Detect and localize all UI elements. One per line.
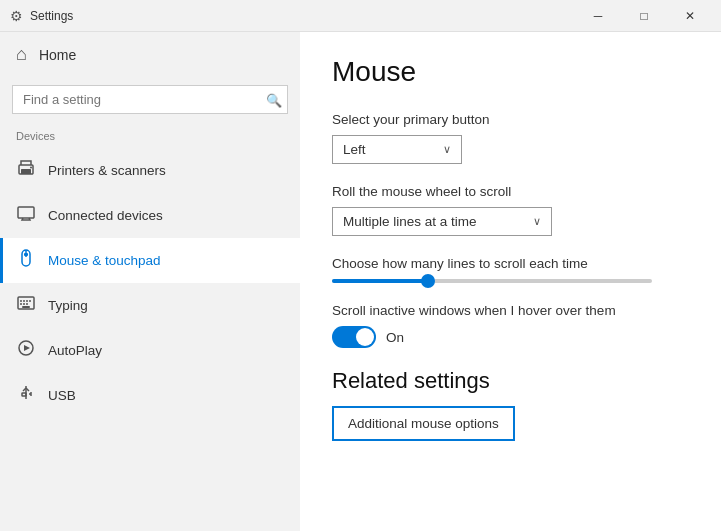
usb-icon — [16, 383, 36, 408]
minimize-button[interactable]: ─ — [575, 0, 621, 32]
autoplay-label: AutoPlay — [48, 343, 102, 358]
search-icon[interactable]: 🔍 — [266, 92, 282, 107]
home-icon: ⌂ — [16, 44, 27, 65]
sidebar-item-printers[interactable]: Printers & scanners — [0, 148, 300, 193]
toggle-knob — [356, 328, 374, 346]
mouse-icon — [16, 248, 36, 273]
settings-app-icon: ⚙ — [8, 8, 24, 24]
titlebar: ⚙ Settings ─ □ ✕ — [0, 0, 721, 32]
typing-icon — [16, 293, 36, 318]
svg-rect-1 — [21, 169, 31, 174]
section-label: Devices — [0, 126, 300, 148]
svg-rect-21 — [22, 393, 26, 396]
printers-label: Printers & scanners — [48, 163, 166, 178]
related-settings-title: Related settings — [332, 368, 689, 394]
close-button[interactable]: ✕ — [667, 0, 713, 32]
toggle-state-label: On — [386, 330, 404, 345]
slider-thumb[interactable] — [421, 274, 435, 288]
home-label: Home — [39, 47, 76, 63]
related-settings: Related settings Additional mouse option… — [332, 368, 689, 441]
sidebar-item-autoplay[interactable]: AutoPlay — [0, 328, 300, 373]
primary-button-value: Left — [343, 142, 366, 157]
printer-icon — [16, 158, 36, 183]
primary-button-chevron: ∨ — [443, 143, 451, 156]
sidebar-item-usb[interactable]: USB — [0, 373, 300, 418]
settings-window: ⚙ Settings ─ □ ✕ ⌂ Home 🔍 Devices — [0, 0, 721, 531]
primary-button-label: Select your primary button — [332, 112, 689, 127]
home-button[interactable]: ⌂ Home — [0, 32, 300, 77]
typing-label: Typing — [48, 298, 88, 313]
search-input[interactable] — [12, 85, 288, 114]
search-box: 🔍 — [12, 85, 288, 114]
svg-point-2 — [30, 167, 32, 169]
sidebar-item-connected[interactable]: Connected devices — [0, 193, 300, 238]
primary-button-dropdown[interactable]: Left ∨ — [332, 135, 462, 164]
svg-rect-3 — [18, 207, 34, 218]
main-layout: ⌂ Home 🔍 Devices — [0, 32, 721, 531]
connected-icon — [16, 203, 36, 228]
maximize-button[interactable]: □ — [621, 0, 667, 32]
toggle-row: On — [332, 326, 689, 348]
svg-marker-17 — [24, 345, 30, 351]
connected-label: Connected devices — [48, 208, 163, 223]
right-panel: Mouse Select your primary button Left ∨ … — [300, 32, 721, 531]
scroll-label: Roll the mouse wheel to scroll — [332, 184, 689, 199]
primary-button-setting: Select your primary button Left ∨ — [332, 112, 689, 164]
mouse-label: Mouse & touchpad — [48, 253, 161, 268]
scroll-lines-label: Choose how many lines to scroll each tim… — [332, 256, 689, 271]
inactive-scroll-toggle[interactable] — [332, 326, 376, 348]
scroll-chevron: ∨ — [533, 215, 541, 228]
page-title: Mouse — [332, 56, 689, 88]
slider-track[interactable] — [332, 279, 652, 283]
window-controls: ─ □ ✕ — [575, 0, 713, 32]
scroll-value: Multiple lines at a time — [343, 214, 477, 229]
svg-rect-6 — [24, 253, 28, 256]
sidebar-item-typing[interactable]: Typing — [0, 283, 300, 328]
window-title: Settings — [30, 9, 575, 23]
scroll-lines-setting: Choose how many lines to scroll each tim… — [332, 256, 689, 283]
scroll-dropdown[interactable]: Multiple lines at a time ∨ — [332, 207, 552, 236]
sidebar: ⌂ Home 🔍 Devices — [0, 32, 300, 531]
autoplay-icon — [16, 338, 36, 363]
slider-fill — [332, 279, 428, 283]
usb-label: USB — [48, 388, 76, 403]
sidebar-item-mouse[interactable]: Mouse & touchpad — [0, 238, 300, 283]
scroll-setting: Roll the mouse wheel to scroll Multiple … — [332, 184, 689, 236]
additional-mouse-options-link[interactable]: Additional mouse options — [332, 406, 515, 441]
inactive-scroll-label: Scroll inactive windows when I hover ove… — [332, 303, 689, 318]
scroll-lines-slider-container — [332, 279, 689, 283]
inactive-scroll-setting: Scroll inactive windows when I hover ove… — [332, 303, 689, 348]
